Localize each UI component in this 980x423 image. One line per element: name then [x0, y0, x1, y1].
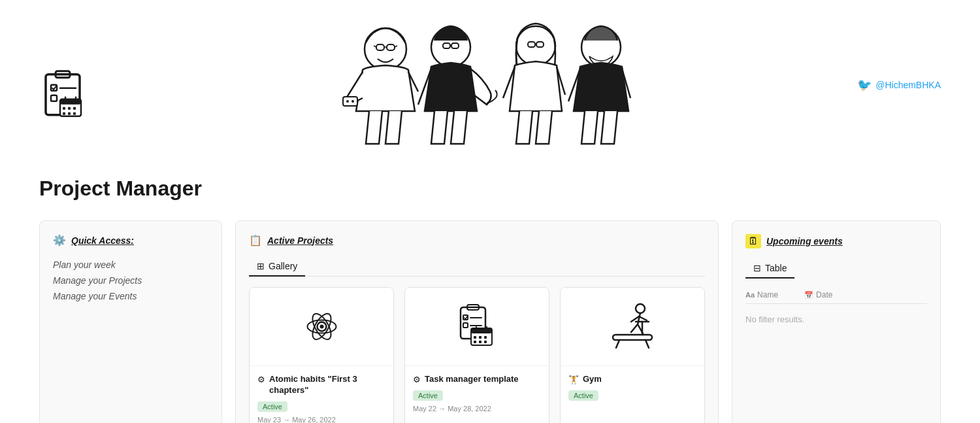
svg-rect-53	[479, 336, 482, 339]
svg-line-59	[638, 313, 640, 324]
svg-rect-15	[68, 112, 71, 115]
date-column-header: 📅 Date	[804, 290, 832, 299]
svg-rect-52	[474, 336, 476, 339]
card-image-0	[250, 288, 393, 366]
active-projects-icon: 📋	[249, 234, 262, 246]
card-title-2: Gym	[583, 374, 602, 385]
upcoming-events-title: Upcoming events	[766, 236, 843, 246]
svg-point-24	[346, 100, 349, 103]
svg-line-66	[645, 340, 649, 348]
svg-line-4	[54, 86, 56, 90]
projects-gallery: ⚙ Atomic habits "First 3 chapters" Activ…	[249, 287, 705, 423]
project-card-1[interactable]: ⚙ Task manager template Active May 22 → …	[404, 287, 549, 423]
twitter-handle: @HichemBHKA	[875, 80, 941, 90]
svg-point-39	[319, 325, 323, 329]
svg-rect-46	[463, 323, 468, 328]
link-manage-projects[interactable]: Manage your Projects	[53, 275, 208, 286]
table-header: Aa Name 📅 Date	[745, 286, 927, 304]
link-manage-events[interactable]: Manage your Events	[53, 291, 208, 301]
quick-access-panel: ⚙️ Quick Access: Plan your week Manage y…	[39, 220, 222, 423]
date-col-icon: 📅	[804, 291, 813, 299]
card-date-0: May 23 → May 26, 2022	[257, 416, 385, 423]
svg-rect-8	[60, 99, 81, 105]
twitter-badge[interactable]: 🐦 @HichemBHKA	[857, 78, 941, 92]
svg-rect-23	[343, 97, 357, 106]
gear-icon: ⚙️	[53, 234, 66, 246]
svg-point-58	[636, 304, 645, 313]
svg-rect-11	[63, 107, 65, 110]
no-results-text: No filter results.	[745, 309, 927, 330]
view-tabs: ⊞ Gallery	[249, 257, 705, 277]
table-tab[interactable]: ⊟ Table	[745, 259, 794, 279]
card-title-1: Task manager template	[425, 374, 519, 385]
card-content-2: 🏋 Gym Active	[561, 366, 704, 413]
card-content-1: ⚙ Task manager template Active May 22 → …	[405, 366, 549, 420]
project-card-2[interactable]: 🏋 Gym Active	[560, 287, 705, 423]
card-icon-2: 🏋	[568, 375, 579, 384]
svg-rect-6	[51, 95, 57, 101]
svg-line-65	[616, 340, 619, 348]
table-icon: ⊟	[753, 263, 761, 273]
svg-rect-12	[68, 107, 71, 110]
svg-rect-64	[613, 335, 652, 340]
svg-rect-14	[63, 112, 65, 115]
svg-rect-56	[479, 341, 482, 343]
svg-line-63	[639, 316, 647, 320]
quick-access-title: Quick Access:	[71, 235, 134, 246]
card-content-0: ⚙ Atomic habits "First 3 chapters" Activ…	[250, 366, 393, 423]
active-projects-title: Active Projects	[267, 235, 333, 246]
svg-line-44	[465, 316, 467, 319]
svg-rect-13	[73, 107, 76, 110]
svg-line-60	[631, 324, 638, 332]
card-icon-0: ⚙	[257, 375, 265, 384]
project-card-0[interactable]: ⚙ Atomic habits "First 3 chapters" Activ…	[249, 287, 394, 423]
upcoming-events-panel: 🗓 Upcoming events ⊟ Table Aa Name 📅 Date	[732, 220, 941, 423]
upcoming-events-icon: 🗓	[745, 234, 761, 248]
card-title-0: Atomic habits "First 3 chapters"	[269, 374, 385, 396]
gallery-tab[interactable]: ⊞ Gallery	[249, 257, 305, 277]
svg-rect-57	[484, 341, 487, 343]
svg-rect-55	[474, 341, 476, 343]
svg-rect-49	[471, 328, 492, 333]
card-image-1	[405, 288, 549, 366]
link-plan-week[interactable]: Plan your week	[53, 260, 208, 270]
twitter-icon: 🐦	[857, 78, 872, 92]
logo-icon	[39, 67, 98, 128]
header-illustration	[294, 7, 686, 157]
gallery-icon: ⊞	[257, 261, 265, 271]
quick-access-links: Plan your week Manage your Projects Mana…	[53, 257, 208, 301]
svg-point-25	[351, 100, 354, 103]
svg-rect-54	[484, 336, 487, 339]
card-date-1: May 22 → May 28, 2022	[413, 405, 541, 413]
active-projects-panel: 📋 Active Projects ⊞ Gallery	[235, 220, 719, 423]
svg-rect-16	[73, 112, 76, 115]
name-col-icon: Aa	[745, 291, 755, 299]
svg-point-30	[516, 26, 555, 65]
status-badge-2: Active	[568, 390, 598, 401]
card-icon-1: ⚙	[413, 375, 421, 384]
status-badge-0: Active	[257, 401, 287, 412]
name-column-header: Aa Name	[745, 290, 778, 299]
page-title: Project Manager	[39, 177, 941, 201]
card-image-2	[561, 288, 704, 366]
status-badge-1: Active	[413, 390, 443, 401]
